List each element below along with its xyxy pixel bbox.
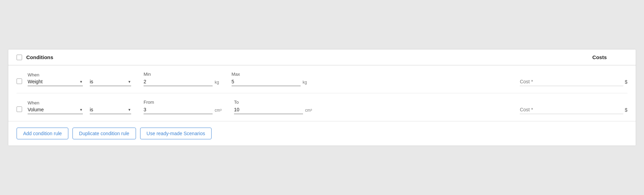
row1-cost-wrapper: $ — [520, 79, 627, 86]
row2-to-label: To — [234, 100, 312, 105]
row2-checkbox[interactable] — [17, 106, 22, 112]
row2-from-input[interactable] — [144, 107, 213, 114]
row1-max-label: Max — [232, 72, 307, 77]
row1-checkbox[interactable] — [17, 78, 22, 84]
row2-operator-value: is — [90, 107, 125, 112]
row2-to-group: To cm³ — [234, 100, 312, 114]
row2-from-label: From — [144, 100, 222, 105]
row1-max-unit: kg — [303, 80, 307, 86]
row2-to-input[interactable] — [234, 107, 303, 114]
row1-operator-group: is ▼ — [90, 72, 131, 86]
row2-when-label: When — [28, 100, 83, 105]
row2-condition-select[interactable]: Volume ▼ — [28, 107, 83, 114]
condition-row-1: When Weight ▼ is ▼ — [17, 65, 627, 93]
row1-inner: When Weight ▼ is ▼ — [28, 72, 627, 86]
condition-row-2: When Volume ▼ is ▼ — [17, 93, 627, 121]
row1-max-input[interactable] — [232, 79, 301, 86]
row2-from-input-unit: cm³ — [144, 107, 222, 114]
costs-title: Costs — [592, 54, 607, 60]
row1-operator-chevron: ▼ — [128, 80, 131, 84]
conditions-title: Conditions — [26, 54, 53, 60]
row2-inner: When Volume ▼ is ▼ — [28, 100, 627, 114]
header-left: Conditions — [17, 54, 53, 60]
row1-max-input-unit: kg — [232, 79, 307, 86]
row2-to-input-unit: cm³ — [234, 107, 312, 114]
row2-when-group: When Volume ▼ — [28, 100, 83, 114]
row1-max-group: Max kg — [232, 72, 307, 86]
row2-to-unit: cm³ — [305, 108, 312, 114]
row1-condition-value: Weight — [28, 79, 77, 84]
row1-cost-currency: $ — [625, 79, 627, 86]
row1-min-label: Min — [144, 72, 219, 77]
row1-min-unit: kg — [215, 80, 219, 86]
duplicate-condition-button[interactable]: Duplicate condition rule — [72, 128, 136, 139]
footer-row: Add condition rule Duplicate condition r… — [8, 121, 636, 146]
row2-operator-select[interactable]: is ▼ — [90, 107, 131, 114]
header-row: Conditions Costs — [8, 49, 636, 65]
row2-cost-currency: $ — [625, 107, 627, 114]
row1-operator-value: is — [90, 79, 125, 84]
condition-section: When Weight ▼ is ▼ — [8, 65, 636, 121]
row2-from-group: From cm³ — [144, 100, 222, 114]
row2-condition-value: Volume — [28, 107, 77, 112]
row1-condition-select[interactable]: Weight ▼ — [28, 79, 83, 86]
row2-operator-group: is ▼ — [90, 100, 131, 114]
scenarios-button[interactable]: Use ready-made Scenarios — [140, 128, 212, 139]
row2-cost-input[interactable] — [520, 107, 623, 114]
row1-min-input-unit: kg — [144, 79, 219, 86]
row2-condition-chevron: ▼ — [79, 108, 83, 112]
row1-min-input[interactable] — [144, 79, 213, 86]
row1-operator-select[interactable]: is ▼ — [90, 79, 131, 86]
row1-operator-label-empty — [90, 72, 131, 77]
row1-condition-chevron: ▼ — [79, 80, 83, 84]
main-container: Conditions Costs When Weight ▼ — [8, 49, 636, 146]
row2-operator-label-empty — [90, 100, 131, 105]
row2-from-unit: cm³ — [215, 108, 222, 114]
add-condition-button[interactable]: Add condition rule — [17, 128, 68, 139]
row2-cost-wrapper: $ — [520, 107, 627, 114]
row1-cost-input[interactable] — [520, 79, 623, 86]
row2-operator-chevron: ▼ — [128, 108, 131, 112]
header-checkbox[interactable] — [17, 55, 22, 60]
row1-when-group: When Weight ▼ — [28, 72, 83, 86]
row1-min-group: Min kg — [144, 72, 219, 86]
row2-cost-section: $ — [520, 107, 627, 114]
row1-when-label: When — [28, 72, 83, 77]
row1-cost-section: $ — [520, 79, 627, 86]
